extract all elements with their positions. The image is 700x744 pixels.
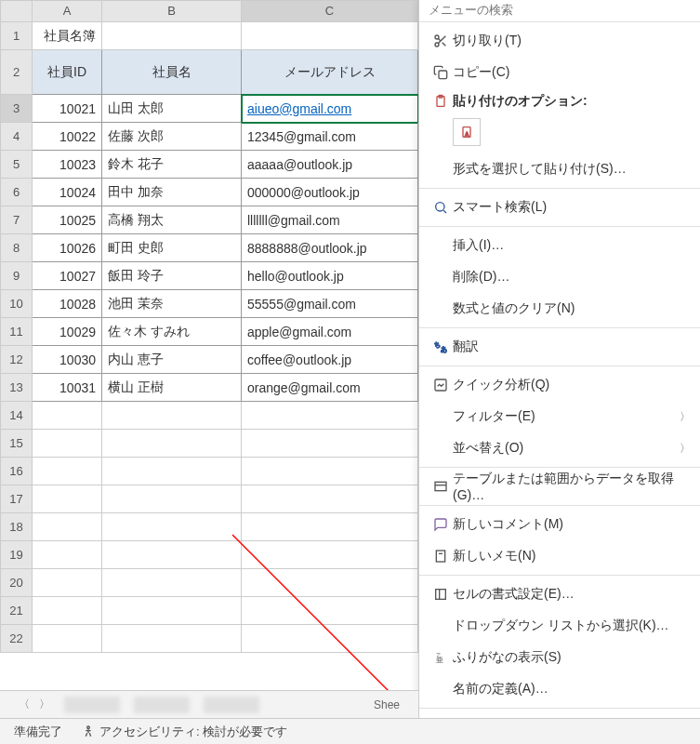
cell-b9[interactable]: 飯田 玲子 [102,262,242,290]
menu-define-name[interactable]: 名前の定義(A)… [419,673,700,705]
menu-translate[interactable]: ちあ 翻訳 [419,331,700,363]
menu-clear[interactable]: 数式と値のクリア(N) [419,293,700,325]
cell-b14[interactable] [102,402,242,430]
cell-a6[interactable]: 10024 [33,179,102,206]
cell-b19[interactable] [102,541,242,569]
cell-a13[interactable]: 10031 [33,374,102,402]
cell-c2[interactable]: メールアドレス [242,50,418,95]
cell-a4[interactable]: 10022 [33,123,102,151]
cell-c12[interactable]: coffee@outlook.jp [242,346,418,374]
row-header[interactable]: 4 [0,123,33,151]
cell-c19[interactable] [242,541,418,569]
col-header-b[interactable]: B [102,0,242,22]
paste-option-button[interactable]: A [453,118,481,146]
cell-c11[interactable]: apple@gmail.com [242,318,418,346]
cell-a9[interactable]: 10027 [33,262,102,290]
cell-a19[interactable] [33,541,102,569]
cell-b7[interactable]: 高橋 翔太 [102,206,242,234]
cell-a11[interactable]: 10029 [33,318,102,346]
cell-a20[interactable] [33,569,102,597]
cell-b11[interactable]: 佐々木 すみれ [102,318,242,346]
cell-a1[interactable]: 社員名簿 [33,22,102,50]
cell-b1[interactable] [102,22,242,50]
cell-c1[interactable] [242,22,418,50]
col-header-a[interactable]: A [33,0,102,22]
select-all-corner[interactable] [0,0,33,22]
menu-sort[interactable]: 並べ替え(O)〉 [419,432,700,464]
cell-c4[interactable]: 12345@gmail.com [242,123,418,151]
cell-b16[interactable] [102,458,242,485]
cell-c15[interactable] [242,430,418,458]
row-header[interactable]: 11 [0,318,33,346]
accessibility-status[interactable]: アクセシビリティ: 検討が必要です [81,724,287,740]
cell-a10[interactable]: 10028 [33,290,102,318]
menu-smart-lookup[interactable]: スマート検索(L) [419,192,700,223]
cell-a7[interactable]: 10025 [33,206,102,234]
cell-a14[interactable] [33,402,102,430]
row-header[interactable]: 7 [0,206,33,234]
cell-b6[interactable]: 田中 加奈 [102,179,242,206]
tab-nav-next[interactable]: 〉 [39,697,50,712]
tab-nav-prev[interactable]: 〈 [19,697,30,712]
col-header-c[interactable]: C [242,0,418,22]
cell-b15[interactable] [102,430,242,458]
cell-c17[interactable] [242,485,418,513]
cell-a17[interactable] [33,485,102,513]
cell-a18[interactable] [33,513,102,541]
cell-a15[interactable] [33,430,102,458]
menu-search[interactable] [419,0,700,19]
cell-b3[interactable]: 山田 太郎 [102,95,242,123]
row-header[interactable]: 19 [0,541,33,569]
hyperlink[interactable]: aiueo@gmail.com [247,101,351,116]
cell-c6[interactable]: 000000@outlook.jp [242,179,418,206]
cell-b18[interactable] [102,513,242,541]
cell-c13[interactable]: orange@gmail.com [242,374,418,402]
cell-a21[interactable] [33,597,102,625]
row-header[interactable]: 10 [0,290,33,318]
cell-b21[interactable] [102,597,242,625]
menu-copy[interactable]: コピー(C) [419,57,700,88]
menu-format-cells[interactable]: セルの書式設定(E)… [419,578,700,610]
menu-new-comment[interactable]: 新しいコメント(M) [419,509,700,540]
cell-c3[interactable]: aiueo@gmail.com [242,95,418,123]
cell-b17[interactable] [102,485,242,513]
row-header[interactable]: 13 [0,374,33,402]
row-header[interactable]: 15 [0,430,33,458]
cell-b12[interactable]: 内山 恵子 [102,346,242,374]
cell-c7[interactable]: lllllll@gmail.com [242,206,418,234]
row-header[interactable]: 22 [0,625,33,653]
cell-b20[interactable] [102,569,242,597]
menu-insert[interactable]: 挿入(I)… [419,230,700,261]
menu-delete[interactable]: 削除(D)… [419,261,700,293]
cell-c21[interactable] [242,597,418,625]
menu-cut[interactable]: 切り取り(T) [419,25,700,57]
row-header[interactable]: 17 [0,485,33,513]
row-header[interactable]: 18 [0,513,33,541]
cell-a2[interactable]: 社員ID [33,50,102,95]
cell-c8[interactable]: 8888888@outlook.jp [242,234,418,262]
sheet-tab-blurred[interactable] [204,697,259,713]
cell-c14[interactable] [242,402,418,430]
cell-b5[interactable]: 鈴木 花子 [102,151,242,179]
cell-b4[interactable]: 佐藤 次郎 [102,123,242,151]
row-header[interactable]: 21 [0,597,33,625]
cell-c18[interactable] [242,513,418,541]
row-header[interactable]: 8 [0,234,33,262]
cell-c16[interactable] [242,458,418,485]
row-header[interactable]: 6 [0,179,33,206]
menu-new-note[interactable]: 新しいメモ(N) [419,540,700,572]
cell-a12[interactable]: 10030 [33,346,102,374]
cell-c20[interactable] [242,569,418,597]
menu-furigana[interactable]: ア亜 ふりがなの表示(S) [419,642,700,673]
menu-get-data[interactable]: テーブルまたは範囲からデータを取得(G)… [419,471,700,502]
row-header[interactable]: 5 [0,151,33,179]
row-header[interactable]: 9 [0,262,33,290]
sheet-tab-blurred[interactable] [134,697,190,713]
menu-dropdown-select[interactable]: ドロップダウン リストから選択(K)… [419,610,700,642]
cell-a8[interactable]: 10026 [33,234,102,262]
cell-b22[interactable] [102,625,242,653]
cell-c5[interactable]: aaaaa@outlook.jp [242,151,418,179]
row-header[interactable]: 14 [0,402,33,430]
cell-c9[interactable]: hello@outlook.jp [242,262,418,290]
cell-b13[interactable]: 横山 正樹 [102,374,242,402]
